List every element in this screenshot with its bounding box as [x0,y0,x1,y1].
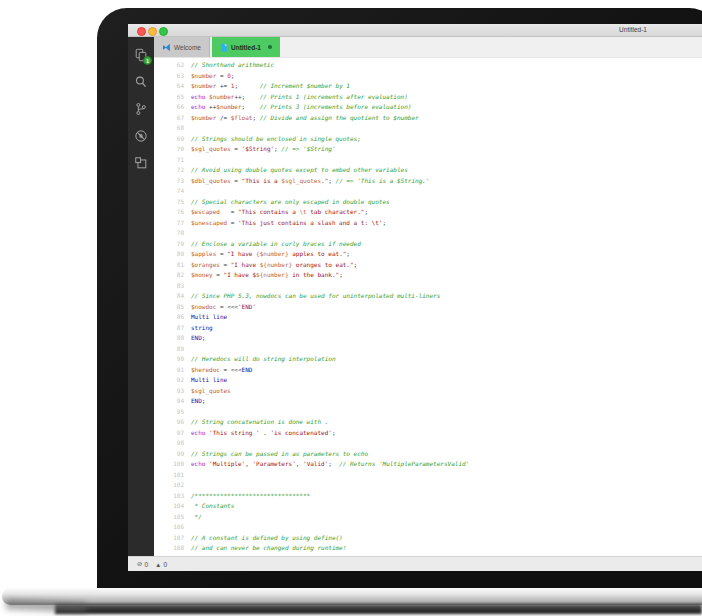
code-line[interactable]: 90// Heredocs will do string interpolati… [154,354,702,365]
line-number: 96 [154,417,184,428]
code-token: ; [354,261,358,268]
code-line[interactable]: 98 [154,438,702,449]
line-number: 99 [154,449,184,460]
code-line[interactable]: 95 [154,407,702,418]
code-token: 'is concatenated' [271,429,332,436]
code-line[interactable]: 73$dbl_quotes = "This is a $sgl_quotes."… [154,176,702,187]
code-line[interactable]: 71 [154,155,702,166]
code-line[interactable]: 75// Special characters are only escaped… [154,197,702,208]
code-line[interactable]: 70$sgl_quotes = '$String'; // => '$Strin… [154,144,702,155]
traffic-light-zoom-button[interactable] [159,27,168,36]
code-token: /= [216,114,230,121]
traffic-light-close-button[interactable] [137,27,146,36]
code-token: += [216,82,230,89]
code-line[interactable]: 82$money = "I have $${number} in the ban… [154,270,702,281]
line-number: 68 [154,123,184,134]
code-text: echo 'Multiple', 'Parameters', 'Valid'; … [191,459,469,470]
code-line[interactable]: 106 [154,522,702,533]
code-line[interactable]: 83 [154,281,702,292]
code-line[interactable]: 104 * Constants [154,501,702,512]
errors-status[interactable]: ⊘ 0 [137,560,148,568]
code-line[interactable]: 99// Strings can be passed in as paramet… [154,449,702,460]
activity-item-extensions[interactable] [128,149,154,176]
code-line[interactable]: 74 [154,186,702,197]
code-line[interactable]: 84// Since PHP 5.3, nowdocs can be used … [154,291,702,302]
line-number: 98 [154,438,184,449]
code-line[interactable]: 72// Avoid using double quotes except to… [154,165,702,176]
code-token: // Returns 'MultipleParametersValid' [339,460,469,467]
search-icon [134,75,148,89]
code-line[interactable]: 92Multi line [154,375,702,386]
code-line[interactable]: 101 [154,470,702,481]
code-line[interactable]: 69// Strings should be enclosed in singl… [154,134,702,145]
code-token: = <<< [216,303,238,310]
code-line[interactable]: 100echo 'Multiple', 'Parameters', 'Valid… [154,459,702,470]
code-token: "This contains a [238,208,299,215]
code-token: // Enclose a variable in curly braces if… [191,240,361,247]
traffic-light-minimize-button[interactable] [148,27,157,36]
code-line[interactable]: 87string [154,323,702,334]
code-line[interactable]: 77$unescaped = 'This just contains a sla… [154,218,702,229]
code-line[interactable]: 66echo ++$number; // Prints 3 (increment… [154,102,702,113]
activity-item-search[interactable] [128,68,154,95]
code-line[interactable]: 68 [154,123,702,134]
code-line[interactable]: 97echo 'This string ' . 'is concatenated… [154,428,702,439]
code-line[interactable]: 78 [154,228,702,239]
code-line[interactable]: 91$heredoc = <<<END [154,365,702,376]
activity-item-debug[interactable] [128,122,154,149]
code-text: // Heredocs will do string interpolation [191,354,336,365]
code-line[interactable]: 103/******************************** [154,491,702,502]
code-line[interactable]: 67$number /= $float; // Divide and assig… [154,113,702,124]
code-text: echo $number++; // Prints 1 (increments … [191,92,408,103]
code-token: echo [191,429,205,436]
code-line[interactable]: 81$oranges = "I have ${number} oranges t… [154,260,702,271]
code-line[interactable]: 79// Enclose a variable in curly braces … [154,239,702,250]
warnings-status[interactable]: ▲ 0 [155,561,167,568]
tab-welcome[interactable]: Welcome [154,37,210,57]
warning-triangle-icon: ▲ [155,561,161,568]
code-line[interactable]: 108// and can never be changed during ru… [154,543,702,554]
code-text: $number = 0; [191,71,234,82]
code-token: ; [231,72,235,79]
code-text: /******************************** [191,491,310,502]
code-token: $number [191,114,216,121]
code-line[interactable]: 64$number += 1; // Increment $number by … [154,81,702,92]
code-token: $number [191,82,216,89]
laptop-shadow [55,604,702,614]
code-token: $nowdoc [191,303,216,310]
code-line[interactable]: 96// String concatenation is done with . [154,417,702,428]
code-token: $sgl_quotes [191,145,231,152]
code-line[interactable]: 65echo $number++; // Prints 1 (increment… [154,92,702,103]
code-line[interactable]: 94END; [154,396,702,407]
code-token: = [231,177,242,184]
laptop-shadow-left [6,599,86,612]
line-number: 64 [154,81,184,92]
code-line[interactable]: 76$escaped = "This contains a \t tab cha… [154,207,702,218]
code-token: $sgl_quotes [281,177,321,184]
line-number: 82 [154,270,184,281]
code-line[interactable]: 85$nowdoc = <<<'END' [154,302,702,313]
code-token: 'Multiple' [209,460,245,467]
window-title: Untitled-1 [619,26,647,33]
tab-untitled-1[interactable]: Untitled-1 [212,37,280,57]
code-line[interactable]: 80$apples = "I have {$number} apples to … [154,249,702,260]
code-line[interactable]: 63$number = 0; [154,71,702,82]
activity-item-source-control[interactable] [128,95,154,122]
code-line[interactable]: 107// A constant is defined by using def… [154,533,702,544]
line-number: 83 [154,281,184,292]
code-line[interactable]: 93$sgl_quotes [154,386,702,397]
line-number: 77 [154,218,184,229]
code-text: // Shorthand arithmetic [191,60,274,71]
code-line[interactable]: 86Multi line [154,312,702,323]
code-line[interactable]: 102 [154,480,702,491]
code-area[interactable]: 62// Shorthand arithmetic63$number = 0;6… [154,58,702,556]
code-text: $oranges = "I have ${number} oranges to … [191,260,357,271]
code-line[interactable]: 89 [154,344,702,355]
activity-item-explorer[interactable]: 1 [128,41,154,68]
code-line[interactable]: 62// Shorthand arithmetic [154,60,702,71]
line-number: 102 [154,480,184,491]
code-line[interactable]: 105 */ [154,512,702,523]
code-token: ${number} [260,261,293,268]
code-line[interactable]: 88END; [154,333,702,344]
modified-dot-icon[interactable] [268,45,272,49]
